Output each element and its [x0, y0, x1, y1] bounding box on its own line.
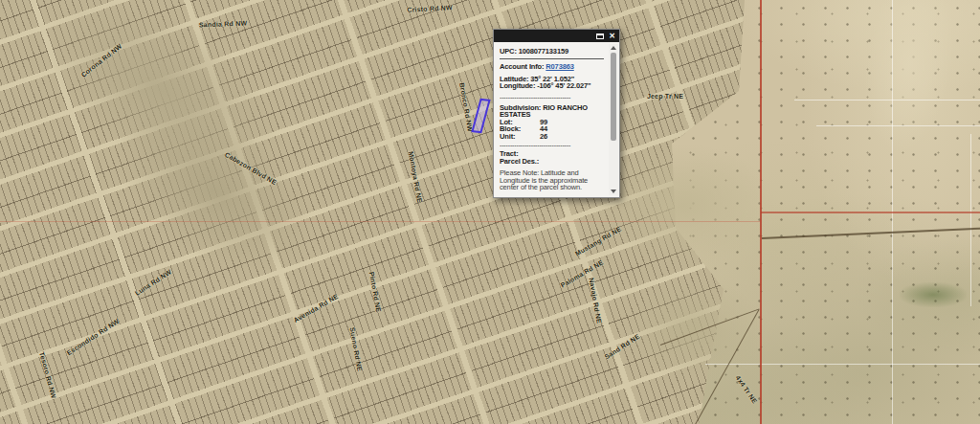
scrollbar-thumb[interactable] — [611, 53, 616, 141]
boundary-line-faint — [0, 221, 761, 222]
subdivision-row: Subdivision: RIO RANCHO ESTATES — [500, 104, 606, 119]
popup-note: Please Note: Latitude and Longitude is t… — [500, 169, 606, 191]
popup-body: UPC: 1008077133159 Account Info: R073863… — [494, 42, 608, 197]
parcel-des-label: Parcel Des.: — [500, 158, 606, 165]
section-line — [970, 134, 971, 306]
close-icon[interactable]: ✕ — [609, 33, 615, 40]
unit-value: 26 — [540, 133, 547, 140]
unit-row: Unit: 26 — [500, 133, 606, 140]
section-line — [794, 100, 980, 100]
section-line — [816, 125, 980, 126]
street-label: Jeep Tr NE — [647, 93, 683, 100]
popup-titlebar[interactable]: ✕ — [494, 30, 619, 42]
divider — [500, 58, 604, 59]
block-row: Block: 44 — [500, 125, 606, 132]
dashed-separator: ---------------------------------- — [500, 142, 606, 148]
account-info-label: Account Info: — [500, 62, 544, 71]
account-link[interactable]: R073863 — [546, 62, 573, 71]
boundary-line-horizontal — [761, 212, 980, 213]
parcel-info-popup: ✕ UPC: 1008077133159 Account Info: R0738… — [493, 29, 620, 198]
account-info-row: Account Info: R073863 — [500, 63, 606, 70]
maximize-icon[interactable] — [596, 33, 604, 39]
scroll-up-arrow[interactable] — [611, 46, 616, 50]
unit-label: Unit: — [500, 133, 540, 140]
scrollbar-track[interactable] — [610, 52, 617, 188]
map-viewport[interactable]: Sandia Rd NWCorona Rd NWCristo Rd NWBron… — [0, 0, 980, 424]
dashed-separator: ---------------------------------- — [500, 94, 606, 100]
popup-scrollbar[interactable] — [609, 44, 618, 195]
longitude-value: Longitude: -106° 45' 22.027" — [500, 82, 606, 89]
scroll-down-arrow[interactable] — [611, 190, 616, 193]
upc-value: UPC: 1008077133159 — [500, 48, 606, 55]
section-line — [705, 364, 980, 365]
